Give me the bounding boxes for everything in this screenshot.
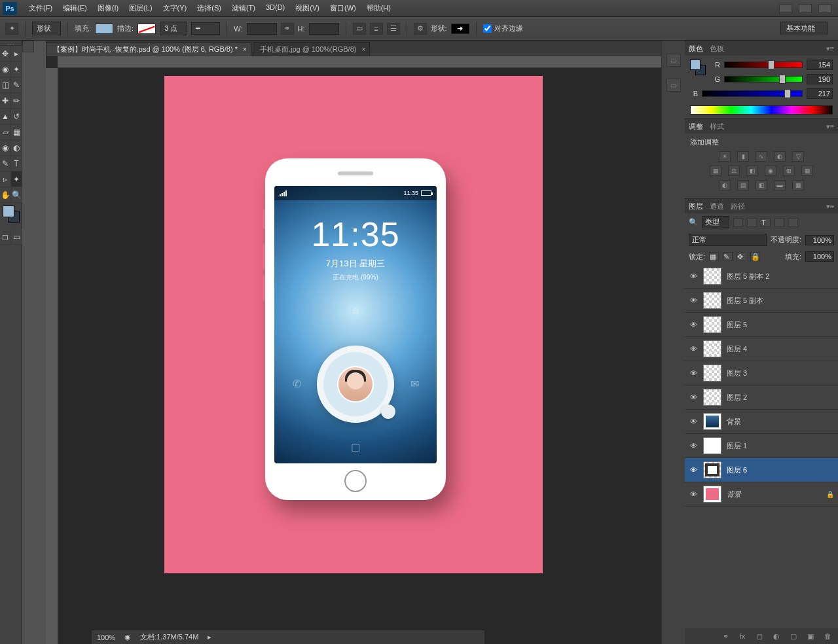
height-input[interactable]	[309, 23, 339, 35]
layer-thumbnail[interactable]	[703, 292, 721, 309]
filter-kind-select[interactable]: 类型	[702, 216, 729, 228]
menu-item[interactable]: 选择(S)	[192, 3, 227, 13]
visibility-icon[interactable]: 👁	[689, 320, 698, 329]
arrange-icon[interactable]: ☰	[387, 23, 400, 35]
filter-smart-icon[interactable]	[788, 218, 798, 227]
crop-tool[interactable]: ◫	[0, 77, 11, 93]
zoom-tool[interactable]: 🔍	[11, 187, 22, 203]
fx-icon[interactable]: fx	[737, 632, 748, 641]
r-slider[interactable]	[724, 62, 803, 68]
tab-swatches[interactable]: 色板	[710, 44, 724, 54]
visibility-icon[interactable]: 👁	[689, 368, 698, 378]
pen-tool[interactable]: ✎	[0, 156, 11, 171]
quickmask-tool[interactable]: ◻	[0, 229, 11, 245]
maximize-button[interactable]	[799, 4, 812, 13]
history-panel-icon[interactable]: ▭	[666, 54, 681, 67]
lock-pixel-icon[interactable]: ✎	[723, 252, 733, 261]
layer-thumbnail[interactable]	[703, 437, 721, 454]
stroke-size-select[interactable]: 3 点	[160, 22, 187, 35]
layer-thumbnail[interactable]	[703, 268, 721, 285]
custom-shape-swatch[interactable]: ➜	[451, 24, 469, 34]
layer-thumbnail[interactable]	[703, 316, 721, 333]
menu-item[interactable]: 图像(I)	[92, 3, 124, 13]
visibility-icon[interactable]: 👁	[689, 441, 698, 450]
close-button[interactable]	[818, 4, 831, 13]
hue-icon[interactable]: ▦	[710, 166, 721, 176]
r-value[interactable]: 154	[807, 60, 833, 70]
tab-layers[interactable]: 图层	[689, 202, 703, 211]
visibility-icon[interactable]: 👁	[689, 490, 698, 499]
gear-icon[interactable]: ⚙	[414, 23, 427, 35]
document-tab[interactable]: 手机桌面.jpg @ 100%(RGB/8)×	[253, 42, 371, 56]
exposure-icon[interactable]: ◐	[774, 151, 786, 162]
document-tab[interactable]: 【案例】时尚手机 -恢复的.psd @ 100% (图层 6, RGB/8) *…	[46, 42, 251, 56]
invert-icon[interactable]: ◐	[719, 180, 731, 190]
g-value[interactable]: 190	[807, 74, 833, 84]
width-input[interactable]	[247, 23, 277, 35]
new-layer-icon[interactable]: ▣	[805, 632, 816, 641]
tool-preset-icon[interactable]: ✦	[5, 23, 18, 35]
foreground-color[interactable]	[3, 206, 14, 217]
layer-row[interactable]: 👁图层 5	[685, 313, 838, 337]
align-edges-check[interactable]: 对齐边缘	[483, 24, 523, 33]
brightness-icon[interactable]: ☀	[719, 151, 731, 162]
hand-tool[interactable]: ✋	[0, 187, 11, 203]
filter-pixel-icon[interactable]	[733, 218, 743, 227]
tab-adjustments[interactable]: 调整	[689, 122, 703, 132]
panel-menu-icon[interactable]: ▾≡	[826, 202, 834, 211]
history-brush-tool[interactable]: ↺	[11, 109, 22, 124]
panel-menu-icon[interactable]: ▾≡	[826, 122, 834, 131]
visibility-icon[interactable]: 👁	[689, 417, 698, 426]
wand-tool[interactable]: ✦	[11, 62, 22, 77]
eraser-tool[interactable]: ▱	[0, 124, 11, 140]
fill-swatch[interactable]	[95, 24, 113, 34]
dodge-tool[interactable]: ◐	[11, 140, 22, 156]
menu-item[interactable]: 编辑(E)	[58, 3, 92, 13]
shape-mode-select[interactable]: 形状	[32, 22, 61, 35]
blend-mode-select[interactable]: 正常	[689, 234, 767, 246]
layer-row[interactable]: 👁图层 4	[685, 337, 838, 361]
layer-row[interactable]: 👁背景	[685, 410, 838, 434]
toolbox-grip[interactable]: ⋯	[0, 41, 22, 46]
g-slider[interactable]	[724, 76, 803, 82]
layer-thumbnail[interactable]	[703, 461, 721, 478]
lut-icon[interactable]: ▦	[801, 166, 813, 176]
nav-icon[interactable]: ◉	[124, 633, 131, 641]
layer-row[interactable]: 👁图层 1	[685, 434, 838, 458]
workspace-select[interactable]: 基本功能	[780, 22, 828, 35]
blur-tool[interactable]: ◉	[0, 140, 11, 156]
close-icon[interactable]: ×	[362, 46, 366, 53]
filter-type-icon[interactable]: T	[761, 218, 771, 227]
eyedropper-tool[interactable]: ✎	[11, 77, 22, 93]
menu-item[interactable]: 文字(Y)	[158, 3, 192, 13]
threshold-icon[interactable]: ◧	[756, 180, 767, 190]
layer-thumbnail[interactable]	[703, 340, 721, 357]
minimize-button[interactable]	[779, 4, 792, 13]
type-tool[interactable]: T	[11, 156, 22, 171]
expand-icon[interactable]: ▸	[208, 633, 211, 641]
visibility-icon[interactable]: 👁	[689, 465, 698, 474]
menu-item[interactable]: 文件(F)	[24, 3, 58, 13]
link-wh-icon[interactable]: ⚭	[281, 23, 294, 35]
tab-paths[interactable]: 路径	[731, 202, 745, 211]
ruler-horizontal[interactable]	[58, 56, 661, 68]
fill-input[interactable]: 100%	[805, 251, 834, 262]
expand-dock-icon[interactable]	[22, 41, 34, 52]
balance-icon[interactable]: ⚖	[728, 166, 740, 176]
layer-row[interactable]: 👁背景🔒	[685, 482, 838, 507]
search-icon[interactable]: 🔍	[689, 218, 698, 226]
filter-shape-icon[interactable]	[774, 218, 784, 227]
lock-pos-icon[interactable]: ✥	[737, 252, 746, 261]
levels-icon[interactable]: ▮	[737, 151, 749, 162]
tab-color[interactable]: 颜色	[689, 44, 703, 54]
opacity-input[interactable]: 100%	[805, 235, 834, 245]
zoom-level[interactable]: 100%	[97, 634, 115, 641]
menu-item[interactable]: 图层(L)	[124, 3, 157, 13]
layer-thumbnail[interactable]	[703, 413, 721, 430]
b-slider[interactable]	[702, 90, 803, 97]
tab-styles[interactable]: 样式	[710, 122, 724, 132]
layer-row[interactable]: 👁图层 5 副本	[685, 289, 838, 313]
menu-item[interactable]: 滤镜(T)	[227, 3, 261, 13]
adj-layer-icon[interactable]: ◐	[771, 632, 782, 641]
menu-item[interactable]: 3D(D)	[261, 3, 290, 13]
